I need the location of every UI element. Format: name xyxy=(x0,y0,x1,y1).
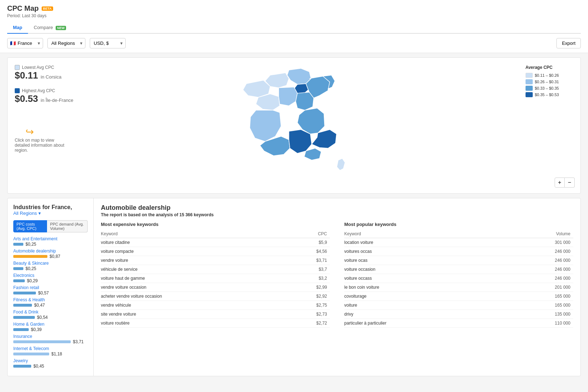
expensive-keyword-row: voiture routière$2,72 xyxy=(101,319,330,328)
popular-volume-cell: 246 000 xyxy=(507,265,573,274)
sidebar-subtitle[interactable]: All Regions ▾ xyxy=(13,211,88,216)
industry-list-item: Electronics$0,29 xyxy=(13,273,88,283)
zoom-out-button[interactable]: − xyxy=(565,178,575,188)
country-select-wrapper: 🇫🇷 France ▾ xyxy=(7,38,43,48)
expensive-keyword-cell: voiture citadine xyxy=(101,238,290,247)
industry-link-6[interactable]: Food & Drink xyxy=(13,310,38,315)
map-container[interactable] xyxy=(13,63,575,185)
industry-list-item: Fitness & Health$0,47 xyxy=(13,297,88,308)
industry-link-2[interactable]: Beauty & Skincare xyxy=(13,261,49,266)
popular-volume-cell: 135 000 xyxy=(507,310,573,319)
lowest-cpc-value: $0.11 in Corsica xyxy=(15,70,73,81)
legend-color-1 xyxy=(526,73,533,78)
popular-volume-header: Volume xyxy=(507,230,573,238)
expensive-keyword-cell: voiture haut de gamme xyxy=(101,274,290,283)
industry-link-8[interactable]: Insurance xyxy=(13,334,32,339)
popular-keyword-row: covoiturage165 000 xyxy=(344,292,573,301)
expensive-keyword-cell: site vendre voiture xyxy=(101,310,290,319)
industry-value: $1,18 xyxy=(51,351,62,356)
zoom-controls: + − xyxy=(555,178,575,188)
industry-value: $0,25 xyxy=(25,266,36,271)
expensive-keyword-row: voiture haut de gamme$3,2 xyxy=(101,274,330,283)
controls-bar: 🇫🇷 France ▾ All Regions ▾ USD, $ ▾ Expor… xyxy=(0,34,588,53)
highest-color-box xyxy=(15,88,20,93)
popular-keyword-cell: location voiture xyxy=(344,238,507,247)
industry-bar xyxy=(13,316,35,319)
expensive-keyword-row: site vendre voiture$2,73 xyxy=(101,310,330,319)
legend-item-4: $0.35 – $0.53 xyxy=(526,92,559,97)
industry-value: $0,87 xyxy=(50,254,60,259)
bottom-section: Industries for France, All Regions ▾ PPC… xyxy=(7,198,581,376)
popular-keyword-row: location voiture301 000 xyxy=(344,238,573,247)
industry-list-item: Fashion retail$0,57 xyxy=(13,285,88,296)
currency-select-wrapper: USD, $ ▾ xyxy=(90,38,126,48)
expensive-keyword-row: acheter vendre voiture occasion$2,92 xyxy=(101,292,330,301)
industry-bar xyxy=(13,328,29,331)
expensive-keyword-row: voiture citadine$5,9 xyxy=(101,238,330,247)
industry-list-item: Automobile dealership$0,87 xyxy=(13,248,88,259)
popular-volume-cell: 201 000 xyxy=(507,283,573,292)
industry-bar xyxy=(13,365,31,368)
keywords-grid: Most expensive keywords Keyword CPC voit… xyxy=(101,222,573,328)
page-header: CPC Map BETA Period: Last 30 days Map Co… xyxy=(0,0,588,34)
industry-list-item: Beauty & Skincare$0,25 xyxy=(13,260,88,271)
expensive-keyword-row: vendre voiture occasion$2,99 xyxy=(101,283,330,292)
expensive-cpc-cell: $5,9 xyxy=(290,238,330,247)
industry-bar xyxy=(13,255,47,258)
industry-link-4[interactable]: Fashion retail xyxy=(13,285,39,290)
expensive-keyword-cell: vendre voiture xyxy=(101,256,290,265)
report-info: The report is based on the analysis of 1… xyxy=(101,212,573,217)
tab-cpc-pill[interactable]: PPC costs (Avg. CPC) xyxy=(13,220,47,232)
flag-icon: 🇫🇷 xyxy=(10,41,16,46)
click-hint-area: ↪ Click on map to view detailed informat… xyxy=(15,126,73,153)
main-content: Automobile dealership The report is base… xyxy=(94,198,580,376)
industry-link-5[interactable]: Fitness & Health xyxy=(13,297,45,302)
region-select-wrapper: All Regions ▾ xyxy=(47,38,85,48)
expensive-keyword-cell: véhicule de service xyxy=(101,265,290,274)
industry-bar xyxy=(13,243,23,246)
popular-keyword-cell: covoiturage xyxy=(344,292,507,301)
lowest-location: in Corsica xyxy=(41,74,61,80)
popular-volume-cell: 246 000 xyxy=(507,274,573,283)
expensive-cpc-header: CPC xyxy=(290,230,330,238)
expensive-keyword-cell: voiture compacte xyxy=(101,247,290,256)
industry-link-10[interactable]: Jewelry xyxy=(13,358,28,363)
industry-bar xyxy=(13,340,71,343)
popular-volume-cell: 246 000 xyxy=(507,256,573,265)
industry-name: Automobile dealership xyxy=(101,204,573,212)
popular-table: Keyword Volume location voiture301 000vo… xyxy=(344,230,573,328)
expensive-cpc-cell: $2,92 xyxy=(290,292,330,301)
export-button[interactable]: Export xyxy=(556,38,581,48)
expensive-keyword-row: voiture compacte$4,56 xyxy=(101,247,330,256)
industry-list-item: Internet & Telecom$1,18 xyxy=(13,346,88,356)
industry-value: $0,45 xyxy=(33,364,44,369)
expensive-cpc-cell: $3,71 xyxy=(290,256,330,265)
tab-map[interactable]: Map xyxy=(7,22,28,34)
industry-bar xyxy=(13,279,25,282)
popular-keyword-cell: voiture ocas xyxy=(344,256,507,265)
tab-compare[interactable]: Compare NEW xyxy=(28,22,72,34)
popular-keyword-row: voitures occas246 000 xyxy=(344,247,573,256)
popular-keyword-row: voiture occasion246 000 xyxy=(344,265,573,274)
zoom-in-button[interactable]: + xyxy=(555,178,565,188)
industry-link-1[interactable]: Automobile dealership xyxy=(13,249,56,254)
expensive-keyword-row: véhicule de service$3,7 xyxy=(101,265,330,274)
popular-keyword-row: voiture ocas246 000 xyxy=(344,256,573,265)
region-select[interactable]: All Regions xyxy=(47,38,85,48)
industry-link-7[interactable]: Home & Garden xyxy=(13,322,45,327)
popular-volume-cell: 301 000 xyxy=(507,238,573,247)
popular-volume-cell: 110 000 xyxy=(507,319,573,328)
industry-value: $3,71 xyxy=(73,339,84,344)
currency-select[interactable]: USD, $ xyxy=(90,38,126,48)
industry-link-9[interactable]: Internet & Telecom xyxy=(13,346,49,351)
industry-link-0[interactable]: Arts and Entertainment xyxy=(13,236,57,241)
industry-link-3[interactable]: Electronics xyxy=(13,273,34,278)
industry-list-item: Arts and Entertainment$0,25 xyxy=(13,236,88,247)
title-text: CPC Map xyxy=(7,4,39,13)
legend-item-2: $0.26 – $0.31 xyxy=(526,79,559,84)
tab-volume-pill[interactable]: PPC demand (Avg. Volume) xyxy=(47,220,88,232)
popular-keyword-cell: voiture occass xyxy=(344,274,507,283)
popular-keyword-row: le bon coin voiture201 000 xyxy=(344,283,573,292)
popular-volume-cell: 246 000 xyxy=(507,247,573,256)
france-map-svg[interactable] xyxy=(197,60,391,189)
